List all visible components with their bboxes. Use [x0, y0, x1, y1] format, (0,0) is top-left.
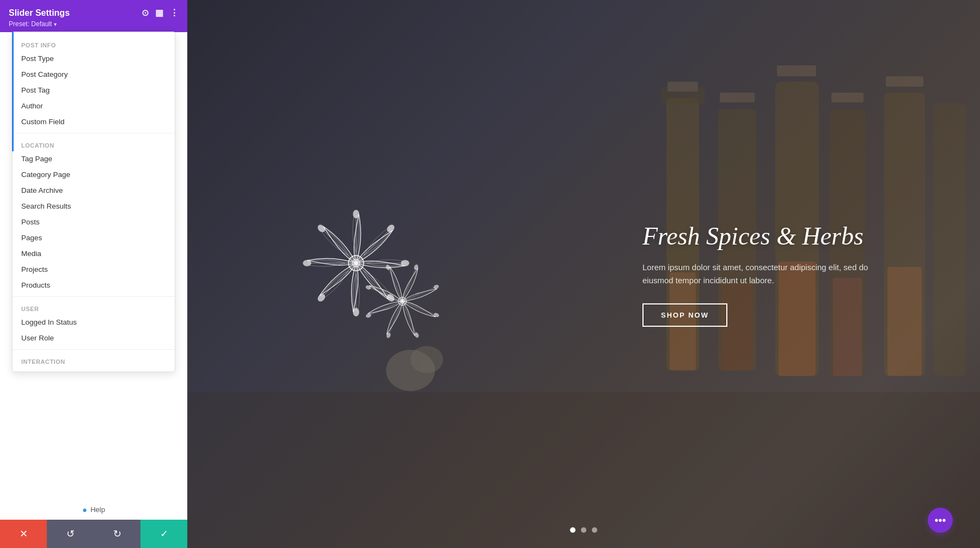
dropdown-item-posts[interactable]: Posts [13, 214, 175, 230]
check-icon: ✓ [160, 528, 168, 540]
svg-point-34 [303, 260, 311, 266]
svg-rect-14 [777, 65, 816, 76]
divider-3 [13, 349, 175, 350]
close-button[interactable]: ✕ [0, 520, 47, 548]
dropdown-item-date-archive[interactable]: Date Archive [13, 182, 175, 198]
divider-1 [13, 133, 175, 133]
right-content: Fresh Spices & Herbs Lorem ipsum dolor s… [187, 0, 980, 548]
svg-point-32 [353, 308, 359, 316]
dropdown-item-logged-in-status[interactable]: Logged In Status [13, 314, 175, 330]
redo-button[interactable]: ↻ [94, 520, 140, 548]
svg-point-42 [414, 332, 419, 338]
dropdown-item-post-tag[interactable]: Post Tag [13, 82, 175, 98]
redo-icon: ↻ [113, 528, 121, 540]
dropdown-item-pages[interactable]: Pages [13, 230, 175, 246]
dropdown-item-products[interactable]: Products [13, 277, 175, 293]
preset-bar[interactable]: Preset: Default ▾ [9, 20, 179, 28]
reset-icon: ↺ [66, 528, 75, 540]
bottom-toolbar: ✕ ↺ ↻ ✓ [0, 520, 187, 548]
help-button[interactable]: ● Help [78, 503, 109, 516]
divider-2 [13, 296, 175, 297]
panel-title-row: Slider Settings ⊙ ▦ ⋮ [9, 8, 179, 18]
section-title-post-info: Post Info [13, 36, 175, 51]
dropdown-item-post-type[interactable]: Post Type [13, 51, 175, 66]
screen-icon[interactable]: ⊙ [142, 8, 149, 18]
section-title-interaction: Interaction [13, 353, 175, 367]
slide-dot-2[interactable] [581, 527, 586, 533]
blue-indicator [12, 32, 14, 151]
svg-point-38 [354, 261, 358, 265]
dropdown-item-search-results[interactable]: Search Results [13, 198, 175, 214]
preset-caret: ▾ [54, 21, 57, 27]
floating-action-button[interactable]: ••• [928, 508, 953, 533]
section-title-user: User [13, 300, 175, 314]
svg-point-44 [366, 313, 372, 318]
dropdown-item-user-role[interactable]: User Role [13, 330, 175, 346]
slide-dot-1[interactable] [570, 527, 575, 533]
slider-hero: Fresh Spices & Herbs Lorem ipsum dolor s… [187, 0, 980, 548]
close-icon: ✕ [20, 528, 28, 540]
svg-rect-17 [187, 392, 980, 548]
slider-dots [570, 527, 597, 533]
dropdown-menu: Post Info Post Type Post Category Post T… [12, 32, 175, 372]
dropdown-item-media[interactable]: Media [13, 246, 175, 261]
fab-icon: ••• [934, 514, 946, 527]
help-icon: ● [82, 505, 87, 514]
dropdown-item-category-page[interactable]: Category Page [13, 167, 175, 182]
svg-rect-15 [831, 93, 863, 102]
svg-rect-16 [886, 76, 923, 87]
hero-description: Lorem ipsum dolor sit amet, consectetur … [642, 261, 871, 287]
section-title-location: Location [13, 137, 175, 151]
anise-illustration [269, 171, 476, 377]
svg-point-30 [401, 260, 409, 266]
hero-title: Fresh Spices & Herbs [642, 221, 871, 251]
reset-button[interactable]: ↺ [47, 520, 94, 548]
panel-title: Slider Settings [9, 8, 70, 18]
hero-text-block: Fresh Spices & Herbs Lorem ipsum dolor s… [642, 221, 871, 327]
svg-rect-13 [720, 93, 755, 102]
svg-rect-11 [887, 267, 922, 376]
left-panel: Slider Settings ⊙ ▦ ⋮ Preset: Default ▾ … [0, 0, 187, 548]
dropdown-item-post-category[interactable]: Post Category [13, 66, 175, 82]
save-button[interactable]: ✓ [140, 520, 187, 548]
shop-now-button[interactable]: SHOP NOW [642, 303, 727, 327]
header-icon-group: ⊙ ▦ ⋮ [142, 8, 179, 18]
help-label: Help [90, 506, 105, 514]
dropdown-item-tag-page[interactable]: Tag Page [13, 151, 175, 167]
preset-label: Preset: Default [9, 20, 52, 28]
dropdown-item-projects[interactable]: Projects [13, 261, 175, 277]
panel-header: Slider Settings ⊙ ▦ ⋮ Preset: Default ▾ [0, 0, 187, 32]
svg-rect-6 [933, 103, 966, 376]
svg-rect-12 [667, 82, 698, 92]
layout-icon[interactable]: ▦ [155, 8, 163, 18]
dropdown-item-author[interactable]: Author [13, 98, 175, 114]
svg-point-28 [353, 210, 359, 218]
slide-dot-3[interactable] [592, 527, 597, 533]
more-icon[interactable]: ⋮ [170, 8, 179, 18]
dropdown-item-custom-field[interactable]: Custom Field [13, 114, 175, 130]
svg-point-40 [433, 284, 439, 289]
